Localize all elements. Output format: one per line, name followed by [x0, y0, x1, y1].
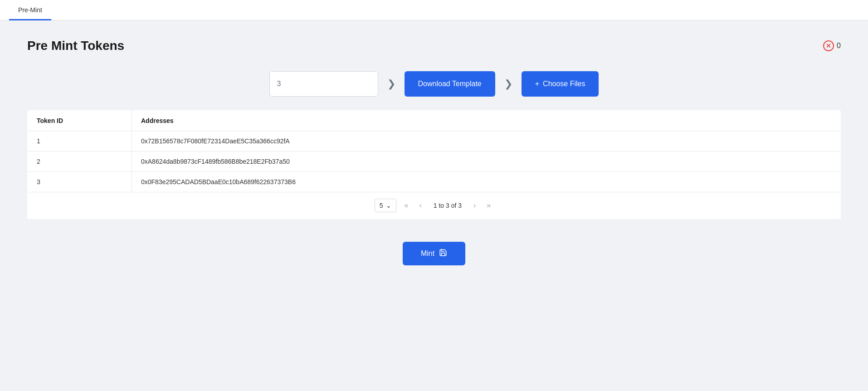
tab-pre-mint[interactable]: Pre-Mint: [9, 0, 51, 20]
save-icon: [439, 249, 447, 259]
cell-address: 0x72B156578c7F080fE72314DaeE5C35a366cc92…: [132, 131, 841, 152]
error-count: 0: [837, 42, 841, 50]
page-header: Pre Mint Tokens ✕ 0: [27, 39, 841, 53]
page-title: Pre Mint Tokens: [27, 39, 124, 53]
tab-bar: Pre-Mint: [0, 0, 868, 20]
cell-address: 0x0F83e295CADAD5BDaaE0c10bA689f622637373…: [132, 172, 841, 192]
page-container: Pre-Mint Pre Mint Tokens ✕ 0 ❯ Download …: [0, 0, 868, 391]
mint-section: Mint: [27, 242, 841, 265]
arrow-icon-2: ❯: [504, 78, 512, 90]
mint-button[interactable]: Mint: [403, 242, 465, 265]
prev-page-button[interactable]: ‹: [416, 200, 424, 211]
controls-row: ❯ Download Template ❯ + Choose Files: [27, 71, 841, 97]
cell-token-id: 1: [28, 131, 132, 152]
cell-address: 0xA8624da8b9873cF1489fb586B8be218E2Fb37a…: [132, 152, 841, 172]
data-table: Token ID Addresses 10x72B156578c7F080fE7…: [27, 110, 841, 219]
table-row: 10x72B156578c7F080fE72314DaeE5C35a366cc9…: [28, 131, 841, 152]
main-content: Pre Mint Tokens ✕ 0 ❯ Download Template …: [0, 20, 868, 293]
page-size-value: 5: [380, 202, 383, 209]
chevron-down-icon: ⌄: [386, 202, 391, 209]
table-row: 30x0F83e295CADAD5BDaaE0c10bA689f62263737…: [28, 172, 841, 192]
first-page-button[interactable]: «: [402, 200, 411, 211]
cell-token-id: 3: [28, 172, 132, 192]
choose-files-button[interactable]: + Choose Files: [522, 71, 599, 97]
col-token-id: Token ID: [28, 111, 132, 131]
arrow-icon-1: ❯: [387, 78, 395, 90]
download-template-button[interactable]: Download Template: [405, 71, 495, 97]
page-size-select[interactable]: 5 ⌄: [375, 199, 396, 212]
plus-icon: +: [535, 80, 539, 88]
table-header-row: Token ID Addresses: [28, 111, 841, 131]
col-addresses: Addresses: [132, 111, 841, 131]
download-template-label: Download Template: [418, 80, 482, 88]
error-icon: ✕: [823, 40, 834, 51]
mint-label: Mint: [421, 249, 434, 258]
pagination-row: 5 ⌄ « ‹ 1 to 3 of 3 › »: [28, 192, 840, 219]
cell-token-id: 2: [28, 152, 132, 172]
next-page-button[interactable]: ›: [471, 200, 478, 211]
pagination-row-container: 5 ⌄ « ‹ 1 to 3 of 3 › »: [28, 192, 841, 219]
page-info: 1 to 3 of 3: [430, 202, 465, 209]
last-page-button[interactable]: »: [484, 200, 493, 211]
number-input[interactable]: [269, 71, 378, 97]
table-row: 20xA8624da8b9873cF1489fb586B8be218E2Fb37…: [28, 152, 841, 172]
choose-files-label: Choose Files: [543, 80, 585, 88]
error-badge: ✕ 0: [823, 40, 841, 51]
